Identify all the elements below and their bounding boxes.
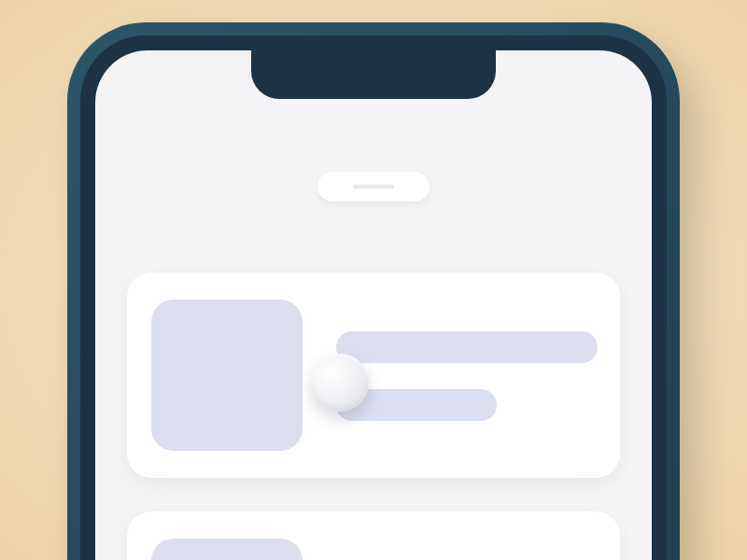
list-item[interactable]: [127, 273, 620, 478]
phone-notch: [251, 50, 496, 99]
pull-handle-pill[interactable]: [317, 172, 430, 202]
phone-frame-inner: [80, 35, 667, 560]
thumbnail-placeholder: [151, 539, 303, 560]
text-placeholder-group: [336, 300, 596, 451]
list-item[interactable]: [127, 511, 620, 560]
text-placeholder-group: [336, 539, 596, 560]
thumbnail-placeholder: [151, 300, 303, 451]
phone-screen: [95, 50, 652, 560]
text-line-placeholder: [336, 331, 598, 363]
phone-frame-outer: [67, 22, 680, 560]
pull-handle-line: [353, 185, 394, 189]
touch-cursor-icon: [311, 354, 369, 412]
